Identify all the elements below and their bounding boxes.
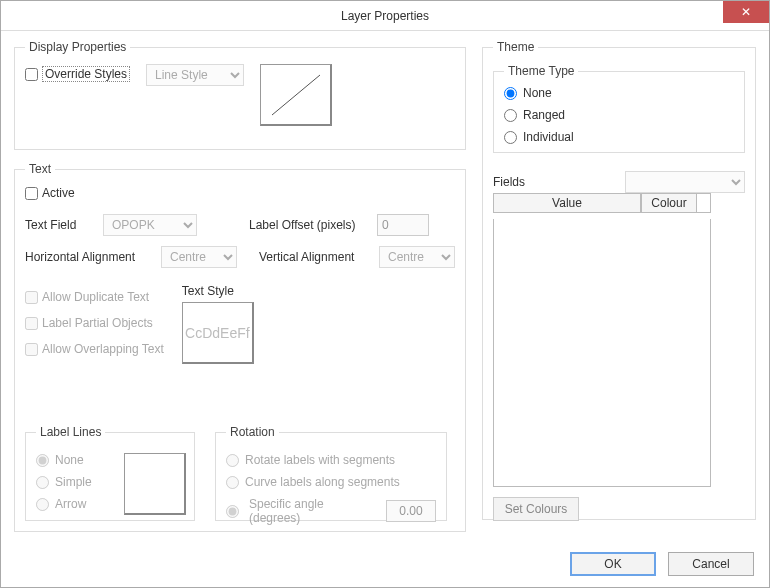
override-styles-checkbox-label[interactable]: Override Styles — [25, 66, 130, 82]
window-title: Layer Properties — [341, 9, 429, 23]
label-partial-checkbox[interactable] — [25, 317, 38, 330]
rotation-angle-radio[interactable] — [226, 505, 239, 518]
h-align-select[interactable]: Centre — [161, 246, 237, 268]
label-lines-arrow-radio[interactable] — [36, 498, 49, 511]
line-style-select[interactable]: Line Style — [146, 64, 244, 86]
label-lines-simple-radio[interactable] — [36, 476, 49, 489]
label-lines-legend: Label Lines — [36, 425, 105, 439]
line-style-preview[interactable] — [260, 64, 332, 126]
rotation-angle-label[interactable]: Specific angle (degrees) — [226, 497, 436, 525]
label-offset-input[interactable] — [377, 214, 429, 236]
allow-overlap-checkbox-label[interactable]: Allow Overlapping Text — [25, 342, 164, 356]
theme-table-spacer — [697, 193, 711, 213]
h-align-label: Horizontal Alignment — [25, 250, 153, 264]
theme-individual-text: Individual — [523, 130, 574, 144]
override-styles-text: Override Styles — [42, 66, 130, 82]
allow-duplicate-checkbox-label[interactable]: Allow Duplicate Text — [25, 290, 164, 304]
cancel-button[interactable]: Cancel — [668, 552, 754, 576]
theme-type-group: Theme Type None Ranged Individual — [493, 64, 745, 153]
theme-group: Theme Theme Type None Ranged Individual — [482, 40, 756, 520]
theme-legend: Theme — [493, 40, 538, 54]
theme-ranged-label[interactable]: Ranged — [504, 108, 734, 122]
rotation-curve-label[interactable]: Curve labels along segments — [226, 475, 436, 489]
v-align-select[interactable]: Centre — [379, 246, 455, 268]
theme-none-radio[interactable] — [504, 87, 517, 100]
rotation-group: Rotation Rotate labels with segments Cur… — [215, 425, 447, 521]
label-lines-group: Label Lines None Simple Arrow — [25, 425, 195, 521]
theme-table-value-header[interactable]: Value — [493, 193, 641, 213]
rotation-curve-text: Curve labels along segments — [245, 475, 400, 489]
v-align-label: Vertical Alignment — [259, 250, 371, 264]
label-partial-checkbox-label[interactable]: Label Partial Objects — [25, 316, 164, 330]
text-field-label: Text Field — [25, 218, 89, 232]
rotation-rotate-text: Rotate labels with segments — [245, 453, 395, 467]
display-properties-legend: Display Properties — [25, 40, 130, 54]
svg-line-0 — [272, 75, 320, 115]
dialog-body: Display Properties Override Styles Line … — [0, 30, 770, 540]
rotation-legend: Rotation — [226, 425, 279, 439]
label-offset-label: Label Offset (pixels) — [249, 218, 363, 232]
fields-select[interactable] — [625, 171, 745, 193]
label-lines-simple-text: Simple — [55, 475, 92, 489]
fields-label: Fields — [493, 175, 525, 189]
theme-table-header: Value Colour — [493, 193, 711, 213]
active-checkbox-label[interactable]: Active — [25, 186, 75, 200]
text-style-label: Text Style — [182, 284, 254, 298]
theme-ranged-radio[interactable] — [504, 109, 517, 122]
text-legend: Text — [25, 162, 55, 176]
ok-button[interactable]: OK — [570, 552, 656, 576]
display-properties-group: Display Properties Override Styles Line … — [14, 40, 466, 150]
theme-individual-label[interactable]: Individual — [504, 130, 734, 144]
titlebar: Layer Properties ✕ — [1, 1, 769, 31]
rotation-angle-text: Specific angle (degrees) — [249, 497, 376, 525]
close-button[interactable]: ✕ — [723, 1, 769, 23]
rotation-angle-input[interactable] — [386, 500, 436, 522]
allow-duplicate-text: Allow Duplicate Text — [42, 290, 149, 304]
line-icon — [266, 69, 326, 121]
allow-duplicate-checkbox[interactable] — [25, 291, 38, 304]
allow-overlap-text: Allow Overlapping Text — [42, 342, 164, 356]
text-group: Text Active Text Field OPOPK Label Offse… — [14, 162, 466, 532]
rotation-rotate-radio[interactable] — [226, 454, 239, 467]
theme-individual-radio[interactable] — [504, 131, 517, 144]
label-lines-arrow-text: Arrow — [55, 497, 86, 511]
override-styles-checkbox[interactable] — [25, 68, 38, 81]
label-lines-none-radio[interactable] — [36, 454, 49, 467]
theme-table-body[interactable] — [493, 219, 711, 487]
theme-ranged-text: Ranged — [523, 108, 565, 122]
text-field-select[interactable]: OPOPK — [103, 214, 197, 236]
allow-overlap-checkbox[interactable] — [25, 343, 38, 356]
active-checkbox[interactable] — [25, 187, 38, 200]
label-partial-text: Label Partial Objects — [42, 316, 153, 330]
label-lines-none-text: None — [55, 453, 84, 467]
close-icon: ✕ — [741, 5, 751, 19]
theme-none-text: None — [523, 86, 552, 100]
active-text: Active — [42, 186, 75, 200]
footer: OK Cancel — [0, 540, 770, 588]
rotation-curve-radio[interactable] — [226, 476, 239, 489]
text-style-preview-text: CcDdEeFf — [185, 325, 250, 341]
rotation-rotate-label[interactable]: Rotate labels with segments — [226, 453, 436, 467]
theme-table-colour-header[interactable]: Colour — [641, 193, 697, 213]
left-column: Display Properties Override Styles Line … — [14, 40, 466, 532]
label-lines-preview[interactable] — [124, 453, 186, 515]
theme-none-label[interactable]: None — [504, 86, 734, 100]
set-colours-button[interactable]: Set Colours — [493, 497, 579, 521]
right-column: Theme Theme Type None Ranged Individual — [482, 40, 756, 520]
text-style-preview[interactable]: CcDdEeFf — [182, 302, 254, 364]
theme-type-legend: Theme Type — [504, 64, 578, 78]
